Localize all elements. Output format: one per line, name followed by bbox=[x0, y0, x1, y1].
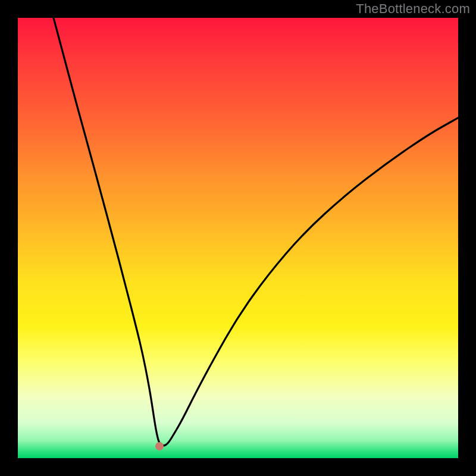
watermark-text: TheBottleneck.com bbox=[356, 1, 470, 17]
bottleneck-curve bbox=[18, 18, 458, 458]
plot-area bbox=[18, 18, 458, 458]
chart-frame: TheBottleneck.com bbox=[0, 0, 476, 476]
minimum-marker-dot bbox=[155, 442, 164, 450]
